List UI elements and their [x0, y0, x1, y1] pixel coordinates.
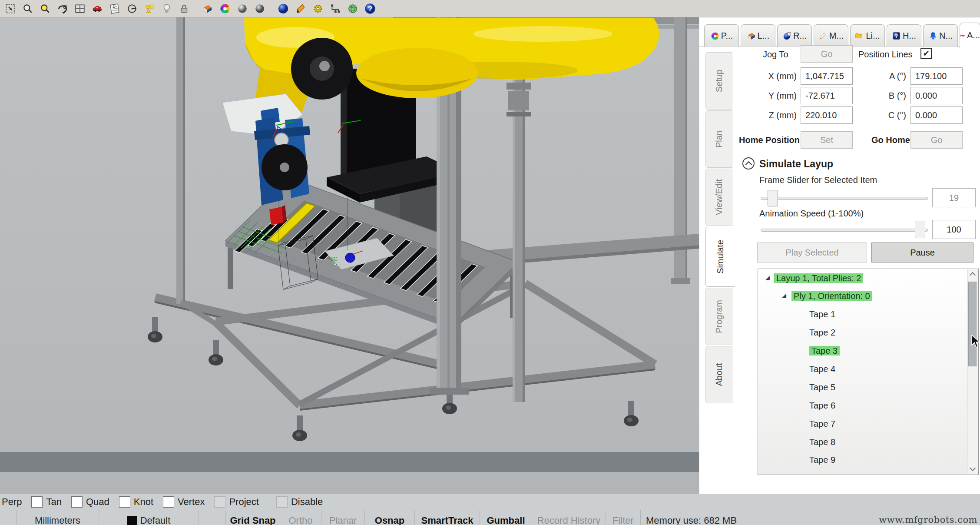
c-field[interactable]: 0.000	[910, 106, 963, 124]
lightbulb-icon[interactable]	[158, 1, 175, 17]
go-home-button[interactable]: Go	[910, 131, 963, 149]
tree-item-tape9[interactable]: Tape 9	[809, 455, 835, 465]
rotate-view-icon[interactable]	[54, 1, 71, 17]
tree-expand-icon[interactable]: ◢	[782, 292, 786, 299]
jog-go-button[interactable]: Go	[801, 45, 853, 63]
tab-properties[interactable]: P...	[704, 24, 739, 47]
tree-item-tape7[interactable]: Tape 7	[809, 419, 835, 429]
osnap-tan[interactable]: Tan	[46, 496, 61, 508]
osnap-quad-checkbox[interactable]	[71, 496, 83, 508]
osnap-perp[interactable]: Perp	[2, 496, 22, 508]
tab-notifications[interactable]: N...	[923, 24, 958, 47]
tree-item-tape1[interactable]: Tape 1	[809, 309, 835, 319]
lock-icon[interactable]	[175, 1, 193, 17]
gear-options-icon[interactable]	[309, 1, 327, 17]
viewport-layout-icon[interactable]	[71, 1, 89, 17]
pane-layer[interactable]: Default	[99, 510, 199, 525]
side-tab-plan[interactable]: Plan	[705, 110, 732, 168]
pane-planar[interactable]: Planar	[321, 510, 365, 525]
tree-expand-icon[interactable]: ◢	[765, 274, 770, 281]
zoom-extents-icon[interactable]	[2, 1, 19, 17]
pane-grid-snap[interactable]: Grid Snap	[226, 510, 280, 525]
osnap-disable-checkbox[interactable]	[276, 496, 288, 508]
pane-osnap[interactable]: Osnap	[365, 510, 415, 525]
right-panel: P... L... R... M... Li... ?H... N... A..…	[699, 17, 980, 494]
speed-slider-handle[interactable]	[915, 222, 925, 238]
pause-button[interactable]: Pause	[871, 243, 973, 262]
side-tab-simulate[interactable]: Simulate	[705, 227, 735, 287]
radius-icon[interactable]	[123, 1, 141, 17]
svg-text:?: ?	[895, 33, 898, 38]
y-field[interactable]: -72.671	[801, 87, 853, 104]
z-field[interactable]: 220.010	[801, 106, 853, 124]
tree-item-tape6[interactable]: Tape 6	[809, 400, 835, 411]
tab-help[interactable]: ?H...	[887, 24, 921, 47]
osnap-project[interactable]: Project	[229, 496, 258, 508]
play-selected-button[interactable]: Play Selected	[757, 243, 867, 262]
speed-slider[interactable]	[761, 229, 928, 232]
tree-item-tape5[interactable]: Tape 5	[809, 382, 835, 392]
scroll-down-icon[interactable]	[970, 465, 976, 471]
pane-filter[interactable]: Filter	[606, 510, 641, 525]
osnap-disable[interactable]: Disable	[291, 496, 323, 508]
scrollbar-thumb[interactable]	[968, 282, 977, 366]
pane-gumball[interactable]: Gumball	[480, 510, 532, 525]
b-field[interactable]: 0.000	[910, 87, 963, 104]
pane-record-history[interactable]: Record History	[532, 510, 606, 525]
layers-icon[interactable]	[199, 1, 216, 17]
scroll-up-icon[interactable]	[970, 272, 976, 278]
tab-rendering[interactable]: R...	[777, 24, 812, 47]
calculator-icon[interactable]: 1	[106, 1, 123, 17]
side-tab-program[interactable]: Program	[705, 288, 732, 345]
speed-value[interactable]: 100	[932, 220, 976, 239]
frame-slider-handle[interactable]	[768, 190, 778, 206]
frame-value[interactable]: 19	[932, 188, 976, 207]
tree-item-tape2[interactable]: Tape 2	[809, 327, 835, 338]
checkmark-pen-icon[interactable]	[292, 1, 309, 17]
osnap-knot[interactable]: Knot	[134, 496, 153, 508]
zoom-window-icon[interactable]	[19, 1, 36, 17]
x-field[interactable]: 1,047.715	[801, 67, 853, 85]
osnap-knot-checkbox[interactable]	[119, 496, 130, 508]
osnap-vertex-checkbox[interactable]	[163, 496, 174, 508]
xray-sphere-icon[interactable]	[251, 1, 268, 17]
pane-units[interactable]: Millimeters	[17, 510, 99, 525]
globe-icon[interactable]	[344, 1, 361, 17]
svg-text:?: ?	[368, 4, 372, 12]
history-nodes-icon[interactable]	[327, 1, 344, 17]
tree-item-tape3[interactable]: Tape 3	[809, 346, 840, 356]
pane-ortho[interactable]: Ortho	[280, 510, 321, 525]
home-set-button[interactable]: Set	[801, 131, 853, 149]
tab-materials[interactable]: M...	[814, 24, 848, 47]
annotate-shapes-icon[interactable]	[141, 1, 158, 17]
tab-libraries[interactable]: Li...	[850, 24, 885, 47]
frame-slider[interactable]	[761, 197, 928, 200]
osnap-vertex[interactable]: Vertex	[178, 496, 205, 508]
tab-layers[interactable]: L...	[741, 24, 775, 47]
tree-item-ply[interactable]: Ply 1, Orientation: 0	[791, 291, 872, 301]
tree-item-tape4[interactable]: Tape 4	[809, 364, 835, 374]
point-marker	[345, 253, 355, 262]
tab-afp[interactable]: A...	[960, 23, 980, 48]
help-icon[interactable]: ?	[361, 1, 379, 17]
color-wheel-icon[interactable]	[216, 1, 234, 17]
tree-scrollbar[interactable]	[967, 269, 978, 474]
side-tab-setup[interactable]: Setup	[705, 52, 732, 110]
osnap-row: Perp Tan Quad Knot Vertex Project Disabl…	[0, 494, 980, 510]
tree-item-tape8[interactable]: Tape 8	[809, 437, 835, 447]
viewport-lower-strip	[0, 472, 699, 494]
car-icon[interactable]	[89, 1, 106, 17]
osnap-project-checkbox[interactable]	[214, 496, 225, 508]
osnap-quad[interactable]: Quad	[86, 496, 109, 508]
viewport-3d[interactable]: SC	[0, 17, 699, 472]
side-tab-viewedit[interactable]: View/Edit	[705, 169, 732, 226]
shaded-sphere-icon[interactable]	[234, 1, 251, 17]
blue-sphere-icon[interactable]	[275, 1, 292, 17]
a-field[interactable]: 179.100	[910, 67, 963, 85]
zoom-selected-icon[interactable]	[36, 1, 54, 17]
pane-smarttrack[interactable]: SmartTrack	[415, 510, 480, 525]
tree-item-layup[interactable]: Layup 1, Total Plies: 2	[774, 273, 863, 283]
side-tab-about[interactable]: About	[705, 346, 732, 403]
osnap-tan-checkbox[interactable]	[31, 496, 43, 508]
position-lines-checkbox[interactable]: ✔	[920, 48, 932, 59]
